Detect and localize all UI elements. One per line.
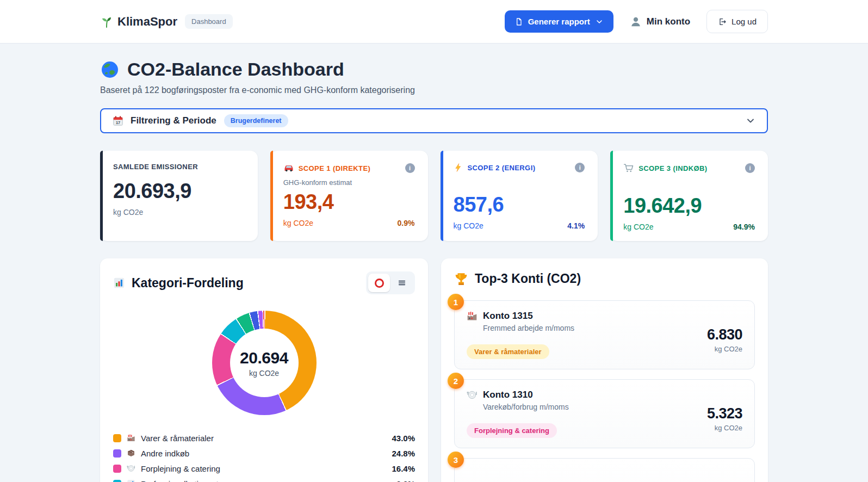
earth-icon	[100, 60, 120, 79]
plate-icon	[467, 390, 478, 400]
category-distribution-panel: Kategori-Fordeling 20.694	[100, 258, 428, 482]
legend-percent: 6.6%	[396, 479, 415, 482]
rank-badge: 1	[448, 294, 464, 310]
stat-cards-row: SAMLEDE EMISSIONER 20.693,9 kg CO2e SCOP…	[100, 151, 768, 241]
account-description: Varekøb/forbrug m/moms	[483, 403, 569, 411]
filter-custom-badge: Brugerdefineret	[224, 114, 288, 127]
plate-icon	[127, 464, 135, 473]
stat-scope3-value: 19.642,9	[623, 194, 755, 218]
account-co2-value: 5.323	[707, 405, 742, 422]
donut-total-value: 20.694	[240, 349, 288, 367]
top-navbar: KlimaSpor Dashboard Generer rapport Min …	[0, 0, 868, 44]
top3-accounts-panel: Top-3 Konti (CO2) 1	[441, 258, 768, 482]
factory-icon	[127, 434, 135, 442]
list-view-button[interactable]	[391, 274, 413, 292]
package-icon	[127, 449, 135, 458]
category-pill: Forplejning & catering	[467, 423, 557, 438]
stat-scope1-share: 0.9%	[398, 219, 415, 227]
stat-scope1-unit: kg CO2e	[283, 219, 313, 227]
stat-scope2-label: SCOPE 2 (ENERGI)	[468, 164, 536, 172]
stat-card-total: SAMLEDE EMISSIONER 20.693,9 kg CO2e	[100, 151, 258, 241]
legend-label: Professionelle tjenester	[141, 479, 226, 482]
account-co2-value: 6.830	[707, 326, 742, 343]
scope1-info-icon[interactable]: i	[405, 163, 415, 173]
top3-list: 1 Konto 1315 Fremmed arbejde m/moms	[454, 300, 755, 482]
stat-scope1-value: 193,4	[283, 190, 415, 214]
stat-total-label: SAMLEDE EMISSIONER	[113, 163, 245, 171]
page-subtitle: Baseret på 122 bogføringsposter fra e-co…	[100, 85, 768, 95]
logout-label: Log ud	[731, 17, 757, 26]
legend-swatch	[113, 434, 121, 442]
legend-row[interactable]: Varer & råmaterialer 43.0%	[113, 430, 415, 446]
calendar-icon: 17	[112, 115, 124, 127]
donut-total-unit: kg CO2e	[249, 369, 279, 378]
account-menu[interactable]: Min konto	[630, 16, 690, 28]
legend-label: Andre indkøb	[141, 449, 189, 458]
legend-label: Forplejning & catering	[141, 464, 220, 473]
account-title: Konto 1315	[483, 311, 574, 322]
bar-chart-icon	[113, 277, 125, 289]
bar-chart-icon	[127, 479, 135, 482]
stat-scope2-unit: kg CO2e	[454, 221, 483, 230]
trophy-icon	[454, 272, 468, 286]
category-panel-title-text: Kategori-Fordeling	[132, 276, 244, 291]
lightning-icon	[454, 163, 463, 172]
top3-item-2[interactable]: 2 Konto 1310 Varekøb/forbrug m/moms	[454, 379, 755, 448]
legend-swatch	[113, 465, 121, 473]
stat-card-scope2: SCOPE 2 (ENERGI) i 857,6 kg CO2e 4.1%	[441, 151, 598, 241]
top3-item-3[interactable]: 3	[454, 458, 755, 482]
stat-scope3-label: SCOPE 3 (INDKØB)	[638, 164, 707, 172]
logout-button[interactable]: Log ud	[706, 10, 768, 33]
account-label: Min konto	[647, 16, 690, 27]
legend-percent: 24.8%	[392, 449, 415, 458]
filter-period-bar[interactable]: 17 Filtrering & Periode Brugerdefineret	[100, 108, 768, 133]
stat-scope1-subtitle: GHG-konform estimat	[283, 178, 415, 187]
generate-report-label: Generer rapport	[528, 17, 590, 26]
top3-panel-title: Top-3 Konti (CO2)	[454, 271, 581, 286]
stat-total-unit: kg CO2e	[113, 208, 143, 217]
person-icon	[630, 16, 642, 28]
generate-report-button[interactable]: Generer rapport	[505, 10, 613, 33]
filter-chevron-down-icon[interactable]	[745, 115, 756, 126]
brand[interactable]: KlimaSpor	[100, 15, 177, 29]
page-title-text: CO2-Balance Dashboard	[127, 59, 344, 80]
donut-chart[interactable]: 20.694 kg CO2e	[212, 311, 317, 415]
stat-scope2-share: 4.1%	[567, 221, 585, 230]
stat-scope2-value: 857,6	[454, 193, 585, 217]
legend-label: Varer & råmaterialer	[141, 434, 214, 443]
donut-chart-icon	[375, 279, 384, 288]
legend-swatch	[113, 449, 121, 458]
stat-card-scope1: SCOPE 1 (DIREKTE) i GHG-konform estimat …	[270, 151, 428, 241]
top3-item-1[interactable]: 1 Konto 1315 Fremmed arbejde m/moms	[454, 300, 755, 369]
donut-center: 20.694 kg CO2e	[230, 329, 299, 397]
category-pill: Varer & råmaterialer	[467, 344, 549, 359]
car-icon	[283, 163, 294, 174]
svg-text:17: 17	[116, 120, 120, 125]
dashboard-badge: Dashboard	[185, 14, 233, 29]
stat-scope3-share: 94.9%	[733, 223, 755, 231]
donut-view-button[interactable]	[368, 274, 390, 292]
rank-badge: 2	[448, 373, 464, 389]
factory-icon	[467, 311, 478, 322]
brand-name: KlimaSpor	[117, 15, 177, 29]
shopping-cart-icon	[623, 163, 634, 174]
account-co2-unit: kg CO2e	[715, 424, 742, 432]
filter-title: Filtrering & Periode	[131, 115, 216, 126]
legend-row[interactable]: Forplejning & catering 16.4%	[113, 461, 415, 476]
category-panel-title: Kategori-Fordeling	[113, 276, 244, 291]
scope3-info-icon[interactable]: i	[745, 163, 755, 173]
top3-panel-title-text: Top-3 Konti (CO2)	[475, 271, 581, 286]
stat-total-value: 20.693,9	[113, 180, 245, 203]
account-title: Konto 1310	[483, 390, 569, 400]
legend-percent: 16.4%	[392, 464, 415, 473]
stat-scope1-label: SCOPE 1 (DIREKTE)	[299, 164, 370, 172]
scope2-info-icon[interactable]: i	[575, 163, 585, 172]
legend-row[interactable]: Professionelle tjenester 6.6%	[113, 476, 415, 482]
chevron-down-icon	[595, 17, 604, 26]
account-co2-unit: kg CO2e	[715, 345, 742, 353]
page-title: CO2-Balance Dashboard	[100, 59, 768, 80]
logout-icon	[718, 17, 727, 26]
legend-row[interactable]: Andre indkøb 24.8%	[113, 446, 415, 461]
legend-percent: 43.0%	[392, 434, 415, 443]
rank-badge: 3	[448, 452, 464, 468]
